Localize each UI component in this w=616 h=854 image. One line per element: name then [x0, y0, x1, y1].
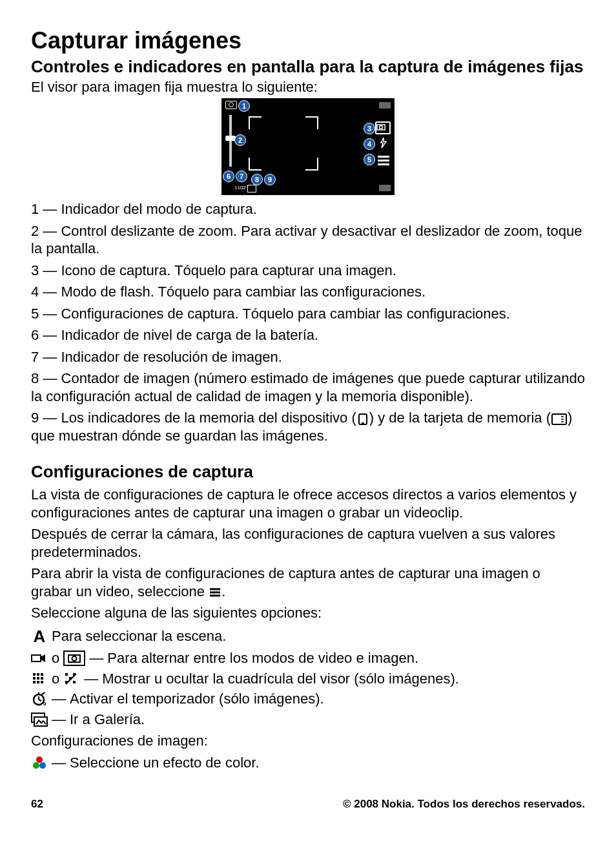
option-scene-text: Para seleccionar la escena. — [52, 627, 226, 645]
callout-7: 7 — [236, 171, 247, 182]
memory-tiny-icon — [247, 185, 256, 193]
callout-5: 5 — [364, 154, 375, 165]
timer-icon: 0 — [31, 692, 48, 706]
section-controls-title: Controles e indicadores en pantalla para… — [31, 57, 585, 77]
section-controls-intro: El visor para imagen fija muestra lo sig… — [31, 78, 585, 96]
svg-point-34 — [33, 762, 39, 769]
svg-rect-15 — [37, 673, 39, 676]
svg-text:0: 0 — [43, 701, 46, 706]
dash-4: — — [52, 711, 66, 729]
callout-8: 8 — [251, 174, 263, 185]
viewfinder: 1 2 3 4 5 6 7 8 9 1102 — [221, 98, 395, 195]
svg-rect-23 — [65, 673, 68, 676]
memory-card-icon — [551, 413, 568, 426]
settings-p4: Seleccione alguna de las siguientes opci… — [31, 604, 585, 622]
svg-rect-18 — [37, 677, 39, 680]
option-toggle-mode: o — Para alternar entre los modos de vid… — [31, 649, 585, 667]
zoom-track — [229, 115, 232, 167]
svg-rect-19 — [41, 677, 43, 680]
indicator-5: 5 — Configuraciones de captura. Tóquelo … — [31, 305, 585, 323]
option-scene: A Para seleccionar la escena. — [31, 626, 585, 647]
settings-p3a: Para abrir la vista de configuraciones d… — [31, 565, 540, 599]
indicator-9: 9 — Los indicadores de la memoria del di… — [31, 409, 585, 444]
grid-off-icon — [63, 672, 80, 686]
svg-rect-16 — [41, 673, 43, 676]
option-gallery: — Ir a Galería. — [31, 711, 585, 729]
color-effect-icon — [31, 756, 48, 770]
indicator-2: 2 — Control deslizante de zoom. Para act… — [31, 222, 585, 258]
scene-letter-icon: A — [31, 626, 48, 647]
callout-2: 2 — [234, 134, 246, 146]
indicator-9-text-b: ) y de la tarjeta de memoria ( — [369, 410, 551, 426]
indicator-7: 7 — Indicador de resolución de imagen. — [31, 348, 585, 366]
indicator-4: 4 — Modo de flash. Tóquelo para cambiar … — [31, 283, 585, 301]
indicator-3: 3 — Icono de captura. Tóquelo para captu… — [31, 262, 585, 280]
callout-9: 9 — [264, 174, 276, 185]
page-title: Capturar imágenes — [31, 26, 585, 55]
bottom-gray-bar — [379, 185, 391, 191]
svg-point-13 — [72, 656, 77, 661]
camera-mode-icon — [225, 101, 237, 109]
option-grid-text: Mostrar u ocultar la cuadrícula del viso… — [102, 670, 459, 688]
svg-point-33 — [36, 756, 43, 763]
settings-p1: La vista de configuraciones de captura l… — [31, 486, 585, 521]
indicator-1: 1 — Indicador del modo de captura. — [31, 200, 585, 218]
svg-rect-20 — [33, 681, 36, 683]
top-gray-bar — [379, 102, 391, 109]
svg-point-1 — [380, 126, 383, 129]
svg-rect-3 — [362, 422, 364, 424]
svg-rect-11 — [32, 655, 41, 661]
focus-corner-tl — [249, 116, 262, 129]
gallery-icon — [31, 713, 48, 727]
svg-rect-14 — [33, 673, 36, 676]
or-text-2: o — [52, 670, 59, 688]
svg-rect-27 — [73, 681, 76, 683]
dash-3: — — [52, 690, 66, 708]
flash-icon — [376, 137, 391, 149]
settings-menu-icon — [378, 154, 389, 167]
image-config-label: Configuraciones de imagen: — [31, 732, 585, 750]
callout-4: 4 — [364, 138, 375, 150]
image-counter: 1102 — [234, 185, 246, 191]
callout-6: 6 — [223, 171, 234, 182]
settings-p3b: . — [221, 583, 225, 599]
option-timer-text: Activar el temporizador (sólo imágenes). — [70, 690, 324, 708]
indicator-9-text-a: 9 — Los indicadores de la memoria del di… — [31, 410, 356, 426]
dash-5: — — [52, 754, 66, 772]
svg-rect-4 — [552, 414, 566, 424]
focus-corner-br — [305, 158, 318, 171]
page-footer: 62 © 2008 Nokia. Todos los derechos rese… — [31, 797, 585, 811]
copyright: © 2008 Nokia. Todos los derechos reserva… — [343, 797, 585, 811]
focus-corner-bl — [249, 158, 262, 171]
indicator-8: 8 — Contador de imagen (número estimado … — [31, 370, 585, 405]
device-memory-icon — [356, 413, 369, 426]
option-color-text: Seleccione un efecto de color. — [70, 754, 260, 772]
option-timer: 0 — Activar el temporizador (sólo imágen… — [31, 690, 585, 708]
indicator-6: 6 — Indicador de nivel de carga de la ba… — [31, 326, 585, 344]
viewfinder-figure: 1 2 3 4 5 6 7 8 9 1102 — [31, 98, 585, 195]
svg-point-35 — [39, 762, 46, 769]
svg-rect-21 — [37, 681, 39, 683]
dash-1: — — [89, 649, 103, 667]
capture-icon — [375, 121, 391, 134]
option-color-effect: — Seleccione un efecto de color. — [31, 754, 585, 772]
focus-corner-tr — [305, 116, 318, 129]
settings-p2: Después de cerrar la cámara, las configu… — [31, 525, 585, 561]
or-text-1: o — [52, 649, 59, 667]
grid-on-icon — [31, 672, 48, 686]
option-grid: o — Mostrar u ocultar la cuadrícula del … — [31, 670, 585, 688]
option-toggle-text: Para alternar entre los modos de video e… — [107, 649, 418, 667]
still-mode-icon — [63, 651, 85, 666]
menu-icon — [209, 587, 221, 598]
svg-rect-22 — [41, 681, 43, 683]
callout-1: 1 — [238, 100, 250, 112]
callout-3: 3 — [364, 123, 375, 134]
svg-rect-17 — [33, 677, 36, 680]
settings-p3: Para abrir la vista de configuraciones d… — [31, 565, 585, 600]
option-gallery-text: Ir a Galería. — [70, 711, 145, 729]
dash-2: — — [84, 670, 98, 688]
section-settings-title: Configuraciones de captura — [31, 463, 585, 482]
page-number: 62 — [31, 797, 43, 811]
video-mode-icon — [31, 651, 48, 665]
